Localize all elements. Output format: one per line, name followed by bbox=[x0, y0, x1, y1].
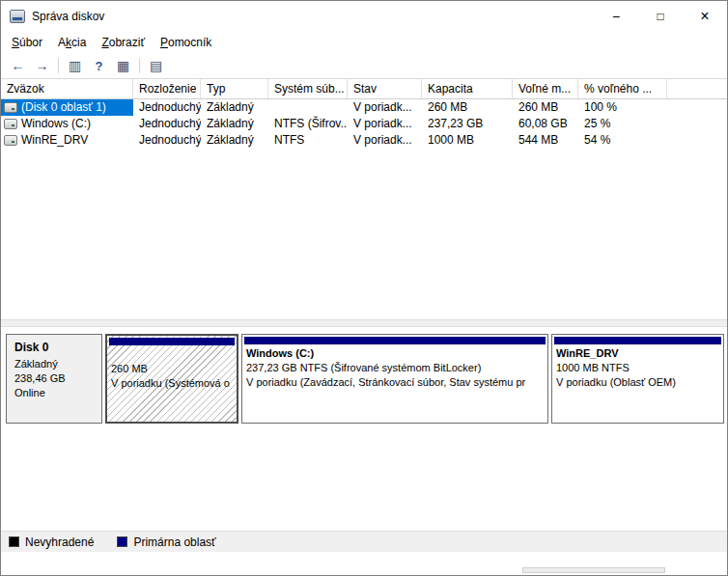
partition-size: 237,23 GB NTFS (Šifrované systémom BitLo… bbox=[246, 361, 546, 375]
column-header-volne-miesto[interactable]: Voľné m... bbox=[513, 79, 578, 98]
close-button[interactable]: × bbox=[683, 1, 727, 32]
minimize-button[interactable]: − bbox=[594, 1, 638, 32]
table-row[interactable]: WinRE_DRV Jednoduchý Základný NTFS V por… bbox=[1, 132, 727, 149]
partition-status: V poriadku (Systémová o bbox=[111, 376, 236, 391]
disk-size: 238,46 GB bbox=[14, 371, 98, 386]
unallocated-color-swatch bbox=[9, 536, 19, 547]
partition-winre-drv[interactable]: WinRE_DRV 1000 MB NTFS V poriadku (Oblas… bbox=[551, 334, 724, 424]
cell-free: 544 MB bbox=[513, 132, 578, 149]
partition-color-bar bbox=[109, 338, 235, 345]
menubar: Súbor Akcia Zobraziť Pomocník bbox=[1, 32, 727, 53]
disk-header[interactable]: Disk 0 Základný 238,46 GB Online bbox=[6, 334, 102, 424]
cell-type: Základný bbox=[201, 99, 268, 116]
detail-view-button[interactable]: ▤ bbox=[144, 55, 168, 77]
partition-title: Windows (C:) bbox=[246, 346, 546, 361]
column-header-pct-volneho[interactable]: % voľného ... bbox=[578, 79, 667, 98]
partition-info: WinRE_DRV 1000 MB NTFS V poriadku (Oblas… bbox=[552, 344, 723, 423]
volume-icon bbox=[4, 119, 17, 129]
partition-title bbox=[111, 347, 236, 362]
disk-management-window: Správa diskov − □ × Súbor Akcia Zobraziť… bbox=[0, 0, 728, 576]
forward-icon: → bbox=[36, 58, 49, 73]
partition-title: WinRE_DRV bbox=[556, 346, 722, 361]
cell-type: Základný bbox=[201, 116, 268, 132]
disk-type: Základný bbox=[14, 357, 98, 371]
partition-status: V poriadku (Zavádzací, Stránkovací súbor… bbox=[246, 375, 546, 390]
toolbar: ← → ▥ ? ▦ ▤ bbox=[1, 53, 727, 79]
column-header-rozlozenie[interactable]: Rozloženie bbox=[133, 79, 201, 98]
bottom-edge-strip bbox=[522, 567, 665, 573]
menu-akcia[interactable]: Akcia bbox=[50, 34, 94, 51]
volume-list: Zväzok Rozloženie Typ Systém súb... Stav… bbox=[1, 79, 727, 319]
partition-size: 1000 MB NTFS bbox=[556, 361, 722, 375]
column-header-kapacita[interactable]: Kapacita bbox=[422, 79, 513, 98]
cell-status: V poriadk... bbox=[348, 116, 422, 132]
list-view-button[interactable]: ▦ bbox=[111, 55, 135, 77]
cell-free-pct: 54 % bbox=[578, 132, 667, 149]
partition-windows-c[interactable]: Windows (C:) 237,23 GB NTFS (Šifrované s… bbox=[241, 334, 548, 424]
app-icon bbox=[10, 10, 25, 23]
pane-splitter[interactable] bbox=[1, 319, 727, 327]
legend-item-primary-partition: Primárna oblasť bbox=[117, 535, 215, 549]
partition-color-bar bbox=[244, 337, 546, 344]
maximize-button[interactable]: □ bbox=[638, 1, 683, 32]
volume-icon bbox=[4, 135, 17, 146]
column-header-stav[interactable]: Stav bbox=[348, 79, 422, 98]
volume-list-header: Zväzok Rozloženie Typ Systém súb... Stav… bbox=[1, 79, 727, 99]
cell-layout: Jednoduchý bbox=[133, 116, 201, 132]
cell-free-pct: 100 % bbox=[578, 99, 667, 116]
back-icon: ← bbox=[12, 58, 25, 73]
cell-layout: Jednoduchý bbox=[133, 99, 201, 116]
table-row[interactable]: Windows (C:) Jednoduchý Základný NTFS (Š… bbox=[1, 116, 727, 132]
menu-pomocnik[interactable]: Pomocník bbox=[153, 34, 219, 51]
detail-view-icon: ▤ bbox=[150, 58, 162, 73]
cell-filesystem: NTFS bbox=[268, 132, 348, 149]
menu-subor[interactable]: Súbor bbox=[4, 34, 50, 51]
column-header-system-suborov[interactable]: Systém súb... bbox=[268, 79, 348, 98]
column-header-zvazok[interactable]: Zväzok bbox=[1, 79, 133, 98]
cell-free: 260 MB bbox=[513, 99, 578, 116]
partition-system[interactable]: 260 MB V poriadku (Systémová o bbox=[105, 334, 238, 424]
disk-status: Online bbox=[14, 386, 98, 400]
legend-label: Nevyhradené bbox=[25, 535, 94, 549]
toolbar-separator bbox=[139, 58, 140, 73]
cell-capacity: 237,23 GB bbox=[422, 116, 513, 132]
window-controls: − □ × bbox=[594, 1, 727, 32]
disk-name: Disk 0 bbox=[14, 341, 98, 354]
cell-layout: Jednoduchý bbox=[133, 132, 201, 149]
cell-volume: (Disk 0 oblasť 1) bbox=[1, 99, 133, 116]
toolbar-separator bbox=[58, 58, 59, 73]
cell-status: V poriadk... bbox=[348, 132, 422, 149]
partition-size: 260 MB bbox=[111, 362, 236, 376]
maximize-icon: □ bbox=[657, 10, 663, 23]
minimize-icon: − bbox=[612, 9, 620, 24]
menu-zobrazit[interactable]: Zobraziť bbox=[94, 34, 153, 51]
console-tree-button[interactable]: ▥ bbox=[63, 55, 87, 77]
cell-type: Základný bbox=[201, 132, 268, 149]
legend-bar: Nevyhradené Primárna oblasť bbox=[1, 531, 727, 552]
window-title: Správa diskov bbox=[32, 10, 104, 23]
disk-row: Disk 0 Základný 238,46 GB Online 260 MB … bbox=[6, 334, 727, 424]
cell-status: V poriadk... bbox=[348, 99, 422, 116]
cell-free-pct: 25 % bbox=[578, 116, 667, 132]
cell-filesystem: NTFS (Šifrov... bbox=[268, 116, 348, 132]
volume-icon bbox=[4, 102, 17, 113]
help-button[interactable]: ? bbox=[87, 55, 111, 77]
legend-item-unallocated: Nevyhradené bbox=[9, 535, 94, 549]
partition-color-bar bbox=[554, 337, 721, 344]
partition-info: 260 MB V poriadku (Systémová o bbox=[107, 345, 237, 422]
column-header-filler bbox=[667, 79, 727, 98]
column-header-typ[interactable]: Typ bbox=[201, 79, 268, 98]
cell-volume: Windows (C:) bbox=[1, 116, 133, 132]
partition-status: V poriadku (Oblasť OEM) bbox=[556, 375, 722, 390]
help-icon: ? bbox=[96, 59, 103, 73]
list-view-icon: ▦ bbox=[117, 58, 129, 73]
forward-button[interactable]: → bbox=[30, 55, 54, 77]
titlebar[interactable]: Správa diskov − □ × bbox=[1, 1, 727, 32]
partition-info: Windows (C:) 237,23 GB NTFS (Šifrované s… bbox=[242, 344, 547, 423]
bottom-spacer bbox=[1, 552, 727, 575]
cell-free: 60,08 GB bbox=[513, 116, 578, 132]
close-icon: × bbox=[700, 8, 709, 25]
table-row[interactable]: (Disk 0 oblasť 1) Jednoduchý Základný V … bbox=[1, 99, 727, 116]
back-button[interactable]: ← bbox=[6, 55, 30, 77]
console-tree-icon: ▥ bbox=[69, 58, 81, 73]
